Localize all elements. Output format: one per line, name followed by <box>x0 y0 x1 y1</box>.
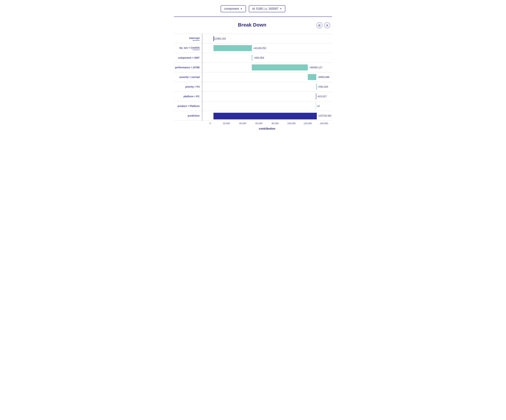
row-label: intercept <box>174 37 202 40</box>
chart-row: priority = P3+550.325 <box>174 82 332 92</box>
id-y-dropdown[interactable]: id: 5185 | y: 183587 ▼ <box>249 5 286 12</box>
chart-row: severity = normal+8959.488 <box>174 72 332 82</box>
bars-zone: 123729.352 <box>202 112 332 120</box>
bars-zone: 12360.233 <box>202 35 332 42</box>
bars-zone: +41169.252 <box>202 44 332 52</box>
intercept-tick <box>213 36 214 41</box>
bars-zone: +0 <box>202 102 332 110</box>
close-button[interactable]: X <box>324 22 330 28</box>
bar-value-label: +0 <box>317 105 320 107</box>
x-tick: 60,000 <box>251 122 267 125</box>
component-dropdown[interactable]: component ▼ <box>221 5 246 12</box>
chart-row: platform = PC-415.027 <box>174 92 332 101</box>
bar <box>213 45 252 51</box>
bar <box>252 55 253 61</box>
bar <box>252 65 308 70</box>
x-axis-label: contribution <box>202 127 332 130</box>
row-label: prediction <box>174 114 202 117</box>
download-button[interactable]: D <box>316 22 323 28</box>
bar-value-label: +550.325 <box>318 85 328 88</box>
chart-row: op_sys = CentOS+41169.252 <box>174 43 332 53</box>
bars-zone: +654.954 <box>202 54 332 62</box>
bar <box>213 113 317 119</box>
x-tick: 20,000 <box>218 122 235 125</box>
bar <box>308 74 316 80</box>
x-tick: 80,000 <box>267 122 283 125</box>
component-chevron-icon: ▼ <box>240 7 242 10</box>
header-divider <box>174 17 332 17</box>
chart-row: intercept12360.233 <box>174 34 332 43</box>
id-y-dropdown-label: id: 5185 | y: 183587 <box>252 7 279 11</box>
chart-header: Break Down D X <box>174 22 332 28</box>
component-dropdown-label: component <box>224 7 239 11</box>
x-tick: 40,000 <box>234 122 251 125</box>
row-label: severity = normal <box>174 76 202 79</box>
chart-row: component = SWT+654.954 <box>174 53 332 63</box>
chart-row: prediction123729.352 <box>174 111 332 121</box>
bar <box>316 93 316 99</box>
row-label: performance = 23780 <box>174 66 202 69</box>
chart-container: Break Down D X intercept12360.233op_sys … <box>174 19 332 141</box>
bar <box>316 84 317 90</box>
row-label: priority = P3 <box>174 85 202 88</box>
x-tick: 0 <box>202 122 218 125</box>
bar-value-label: 123729.352 <box>318 114 331 117</box>
row-label: op_sys = CentOS <box>174 46 202 50</box>
bar-value-label: -415.027 <box>317 95 327 98</box>
bars-zone: +550.325 <box>202 83 332 91</box>
bar-value-label: +654.954 <box>254 56 264 59</box>
chart-row: performance = 23780+60450.127 <box>174 63 332 72</box>
bar-value-label: +60450.127 <box>309 66 322 69</box>
bar-value-label: +8959.488 <box>318 76 329 79</box>
bar-value-label: 12360.233 <box>214 37 226 40</box>
x-axis: 020,00040,00060,00080,000100,000120,0001… <box>202 122 332 125</box>
row-label: platform = PC <box>174 95 202 98</box>
x-tick: 100,000 <box>283 122 300 125</box>
bar-value-label: +41169.252 <box>253 47 266 50</box>
top-controls: component ▼ id: 5185 | y: 183587 ▼ <box>221 5 286 12</box>
x-tick: 120,000 <box>300 122 316 125</box>
bar <box>316 103 316 109</box>
bars-zone: +60450.127 <box>202 64 332 71</box>
chart-title: Break Down <box>188 22 316 28</box>
chart-area: intercept12360.233op_sys = CentOS+41169.… <box>174 34 332 121</box>
bars-zone: -415.027 <box>202 92 332 100</box>
chart-buttons: D X <box>316 22 330 28</box>
row-label: product = Platform <box>174 105 202 108</box>
id-y-chevron-icon: ▼ <box>280 7 282 10</box>
x-tick: 140,000 <box>316 122 332 125</box>
chart-row: product = Platform+0 <box>174 101 332 111</box>
bars-zone: +8959.488 <box>202 73 332 81</box>
row-label: component = SWT <box>174 56 202 59</box>
